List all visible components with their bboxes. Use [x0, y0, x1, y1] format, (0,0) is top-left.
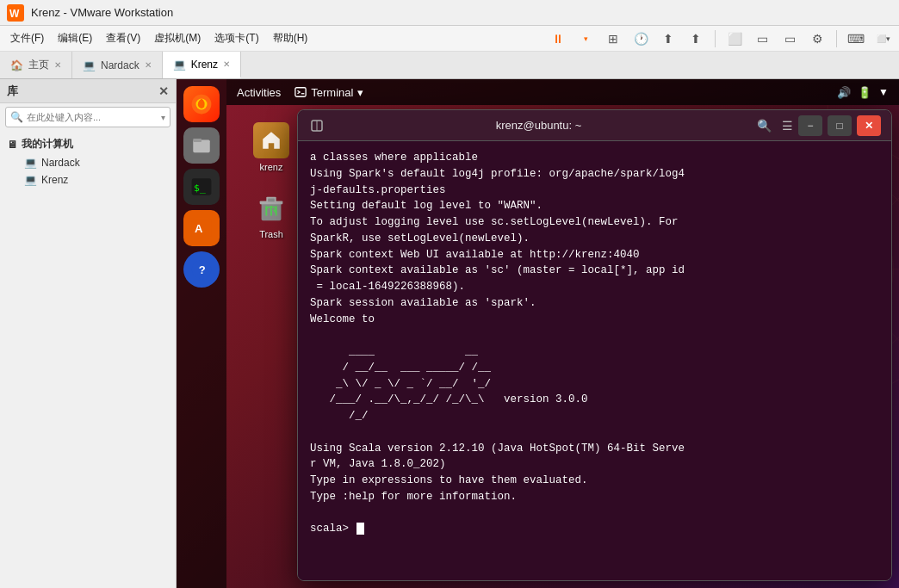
display-button[interactable]: ⬜▾: [871, 28, 896, 50]
vm-icon-nardack: 💻: [24, 157, 37, 169]
keyboard-button[interactable]: ⌨: [844, 28, 868, 50]
menu-view[interactable]: 查看(V): [99, 28, 147, 49]
sidebar-title: 库: [7, 84, 18, 99]
trash-icon-image: [253, 189, 289, 226]
ubuntu-topbar: Activities Terminal ▾ 🔊 🔋 ▼: [226, 79, 899, 105]
terminal-maximize-button[interactable]: □: [828, 115, 852, 136]
main-layout: 库 ✕ 🔍 ▾ 🖥 我的计算机 💻 Nardack 💻 Krenz: [0, 79, 899, 588]
terminal-output: a classes where applicable Using Spark's…: [310, 150, 879, 537]
search-dropdown-icon[interactable]: ▾: [161, 113, 165, 122]
menu-file[interactable]: 文件(F): [3, 28, 51, 49]
dock-firefox[interactable]: [183, 86, 220, 122]
trash-icon-label: Trash: [259, 229, 283, 239]
terminal-title-label: krenz@ubuntu: ~: [326, 119, 752, 132]
menu-tabs[interactable]: 选项卡(T): [208, 28, 265, 49]
sidebar-close-button[interactable]: ✕: [158, 84, 169, 98]
pause-dropdown[interactable]: ▾: [574, 28, 598, 50]
topbar-right: 🔊 🔋 ▼: [837, 86, 889, 99]
menubar: 文件(F) 编辑(E) 查看(V) 虚拟机(M) 选项卡(T) 帮助(H) ⏸ …: [0, 26, 899, 52]
tab-nardack[interactable]: 💻 Nardack ✕: [72, 52, 163, 78]
tab-krenz[interactable]: 💻 Krenz ✕: [163, 52, 241, 78]
tree-krenz-label: Krenz: [41, 174, 68, 186]
desktop-trash-icon[interactable]: Trash: [244, 189, 299, 239]
toolbar: ⏸ ▾ ⊞ 🕐 ⬆ ⬆ ⬜ ▭ ▭ ⚙ ⌨ ⬜▾: [546, 28, 896, 50]
activities-button[interactable]: Activities: [237, 86, 281, 99]
settings-button[interactable]: ⚙: [805, 28, 829, 50]
pause-button[interactable]: ⏸: [546, 28, 570, 50]
vm-icon-krenz: 💻: [24, 174, 37, 186]
sidebar-search-input[interactable]: [27, 112, 161, 122]
battery-icon: 🔋: [858, 86, 871, 99]
terminal-titlebar: krenz@ubuntu: ~ 🔍 ☰ − □ ✕: [298, 110, 891, 141]
menu-edit[interactable]: 编辑(E): [51, 28, 99, 49]
dock-terminal[interactable]: $_: [183, 169, 220, 205]
titlebar: W Krenz - VMware Workstation: [0, 0, 899, 26]
dock-help[interactable]: ?: [183, 251, 220, 288]
pin-icon: [308, 117, 326, 134]
fit-guest-button[interactable]: ⊞: [601, 28, 625, 50]
sidebar-tree: 🖥 我的计算机 💻 Nardack 💻 Krenz: [0, 131, 176, 192]
krenz-tab-icon: 💻: [173, 59, 186, 71]
fullscreen-button[interactable]: ⬜: [722, 28, 747, 50]
svg-text:$_: $_: [194, 182, 206, 194]
tab-home[interactable]: 🏠 主页 ✕: [0, 52, 72, 78]
terminal-close-button[interactable]: ✕: [857, 115, 881, 136]
computer-icon: 🖥: [7, 139, 17, 151]
tree-root-item[interactable]: 🖥 我的计算机: [0, 134, 176, 154]
terminal-search-button[interactable]: 🔍: [752, 116, 777, 135]
tab-home-label: 主页: [28, 58, 49, 72]
tree-nardack-item[interactable]: 💻 Nardack: [0, 154, 176, 171]
tab-krenz-close[interactable]: ✕: [223, 59, 230, 69]
vm-tabbar: 🏠 主页 ✕ 💻 Nardack ✕ 💻 Krenz ✕: [0, 52, 899, 79]
svg-rect-13: [193, 139, 202, 142]
terminal-window-controls: − □ ✕: [798, 115, 881, 136]
search-icon: 🔍: [10, 111, 23, 123]
terminal-menu-button[interactable]: Terminal ▾: [294, 86, 363, 99]
svg-text:W: W: [9, 8, 20, 20]
tab-nardack-close[interactable]: ✕: [145, 60, 152, 70]
menu-help[interactable]: 帮助(H): [266, 28, 315, 49]
tree-nardack-label: Nardack: [41, 157, 80, 169]
terminal-cursor: [356, 523, 364, 535]
terminal-body[interactable]: a classes where applicable Using Spark's…: [298, 141, 891, 580]
tree-krenz-item[interactable]: 💻 Krenz: [0, 171, 176, 189]
terminal-menu-icon[interactable]: ☰: [777, 116, 798, 135]
sidebar-search-container: 🔍 ▾: [5, 107, 170, 127]
sidebar: 库 ✕ 🔍 ▾ 🖥 我的计算机 💻 Nardack 💻 Krenz: [0, 79, 177, 588]
ubuntu-desktop[interactable]: $_ A ? Activities Terminal ▾ 🔊: [177, 79, 899, 588]
window-title: Krenz - VMware Workstation: [31, 6, 173, 19]
dock-appstore[interactable]: A: [183, 210, 220, 246]
network-icon: 🔊: [837, 86, 851, 99]
dock-files[interactable]: [183, 127, 220, 164]
terminal-dropdown-icon: ▾: [357, 86, 363, 99]
home-icon-label: krenz: [260, 162, 283, 172]
terminal-app-label: Terminal: [311, 86, 353, 99]
clock: ▼: [878, 86, 889, 98]
nardack-tab-icon: 💻: [83, 59, 96, 71]
desktop-home-icon[interactable]: krenz: [244, 122, 299, 172]
snapshot-button[interactable]: 🕐: [629, 28, 653, 50]
tablet-button[interactable]: ▭: [778, 28, 802, 50]
svg-text:A: A: [195, 222, 203, 235]
send-ctrl-alt-del[interactable]: ⬆: [684, 28, 708, 50]
ubuntu-dock: $_ A ?: [177, 79, 226, 588]
vmware-icon: W: [7, 4, 24, 22]
terminal-window[interactable]: krenz@ubuntu: ~ 🔍 ☰ − □ ✕ a classes wher…: [297, 109, 892, 581]
revert-button[interactable]: ⬆: [656, 28, 680, 50]
tree-root-label: 我的计算机: [22, 137, 73, 152]
home-tab-icon: 🏠: [10, 59, 23, 71]
terminal-pin-icon-area: [308, 117, 326, 134]
menu-vm[interactable]: 虚拟机(M): [147, 28, 208, 49]
sidebar-header: 库 ✕: [0, 79, 176, 103]
home-folder-image: [253, 122, 289, 158]
vm-display-area[interactable]: $_ A ? Activities Terminal ▾ 🔊: [177, 79, 899, 588]
unity-button[interactable]: ▭: [750, 28, 774, 50]
terminal-minimize-button[interactable]: −: [798, 115, 822, 136]
tab-home-close[interactable]: ✕: [54, 60, 61, 70]
tab-nardack-label: Nardack: [101, 59, 140, 71]
tab-krenz-label: Krenz: [191, 59, 218, 71]
svg-rect-25: [268, 199, 275, 202]
svg-text:?: ?: [199, 263, 206, 276]
